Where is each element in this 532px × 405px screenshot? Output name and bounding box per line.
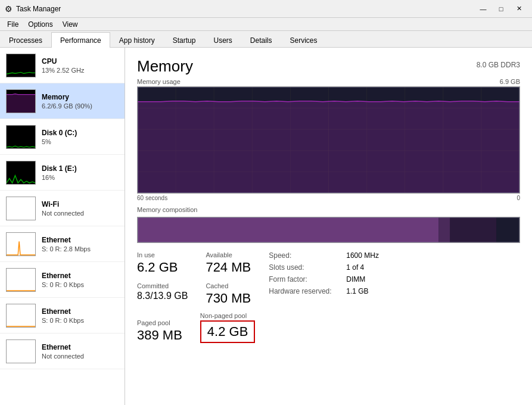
in-use-value: 6.2 GB <box>137 260 188 275</box>
disk1-info: Disk 1 (E:) 16% <box>42 164 119 181</box>
ethernet3-sub: S: 0 R: 0 Kbps <box>42 317 119 324</box>
ethernet1-title: Ethernet <box>42 236 119 244</box>
slots-label: Slots used: <box>269 263 340 272</box>
composition-section: Memory composition <box>137 206 520 243</box>
svg-rect-7 <box>7 269 35 291</box>
chart-time-end: 0 <box>517 195 520 201</box>
ethernet3-title: Ethernet <box>42 307 119 316</box>
ethernet1-thumbnail <box>6 232 36 256</box>
ethernet4-sub: Not connected <box>42 353 119 360</box>
chart-time-start: 60 seconds <box>137 195 167 201</box>
non-paged-pool-value: 4.2 GB <box>207 324 248 339</box>
tab-users[interactable]: Users <box>204 32 241 48</box>
chart-max-value: 6.9 GB <box>500 78 520 85</box>
svg-rect-28 <box>438 217 450 242</box>
disk0-thumbnail <box>6 125 36 149</box>
ethernet1-info: Ethernet S: 0 R: 2.8 Mbps <box>42 236 119 253</box>
speed-value: 1600 MHz <box>346 251 379 260</box>
svg-marker-2 <box>7 94 35 112</box>
stat-non-paged-pool: Non-paged pool 4.2 GB <box>200 312 255 343</box>
in-use-label: In use <box>137 251 188 258</box>
hw-reserved-row: Hardware reserved: 1.1 GB <box>269 287 379 295</box>
ethernet1-sub: S: 0 R: 2.8 Mbps <box>42 245 119 253</box>
slots-value: 1 of 4 <box>346 263 364 272</box>
menu-view[interactable]: View <box>58 19 83 30</box>
wifi-title: Wi-Fi <box>42 200 119 208</box>
menu-file[interactable]: File <box>2 19 23 30</box>
main-container: CPU 13% 2.52 GHz Memory 6.2/6.9 GB (90%) <box>0 48 532 405</box>
svg-rect-9 <box>7 340 35 363</box>
form-row: Form factor: DIMM <box>269 275 379 284</box>
cached-value: 730 MB <box>206 291 251 306</box>
sidebar-item-wifi[interactable]: Wi-Fi Not connected <box>0 191 125 226</box>
svg-rect-5 <box>7 197 35 220</box>
content-header: Memory 8.0 GB DDR3 <box>137 57 520 76</box>
memory-title: Memory <box>42 93 119 101</box>
window-controls: — □ ✕ <box>475 3 527 15</box>
tab-startup[interactable]: Startup <box>164 32 205 48</box>
sidebar-item-ethernet2[interactable]: Ethernet S: 0 R: 0 Kbps <box>0 262 125 298</box>
maximize-button[interactable]: □ <box>493 3 509 15</box>
tab-performance[interactable]: Performance <box>51 32 110 48</box>
ethernet4-thumbnail <box>6 339 36 363</box>
right-stats: Speed: 1600 MHz Slots used: 1 of 4 Form … <box>269 251 379 306</box>
cached-label: Cached <box>206 282 251 289</box>
ethernet3-info: Ethernet S: 0 R: 0 Kbps <box>42 307 119 324</box>
svg-rect-3 <box>7 126 35 148</box>
sidebar-item-disk1[interactable]: Disk 1 (E:) 16% <box>0 155 125 191</box>
slots-row: Slots used: 1 of 4 <box>269 263 379 272</box>
ethernet2-info: Ethernet S: 0 R: 0 Kbps <box>42 272 119 288</box>
wifi-thumbnail <box>6 197 36 220</box>
sidebar-item-memory[interactable]: Memory 6.2/6.9 GB (90%) <box>0 83 125 119</box>
svg-rect-8 <box>7 304 35 327</box>
hw-reserved-value: 1.1 GB <box>346 287 368 295</box>
page-title: Memory <box>137 57 193 76</box>
memory-sub: 6.2/6.9 GB (90%) <box>42 102 119 110</box>
memory-usage-section: Memory usage 6.9 GB <box>137 78 520 201</box>
stat-paged-pool: Paged pool 389 MB <box>137 319 182 343</box>
sidebar-item-ethernet4[interactable]: Ethernet Not connected <box>0 334 125 369</box>
sidebar-item-ethernet1[interactable]: Ethernet S: 0 R: 2.8 Mbps <box>0 226 125 262</box>
tab-processes[interactable]: Processes <box>0 32 51 48</box>
stat-cached: Cached 730 MB <box>206 282 251 306</box>
chart-label-text: Memory usage <box>137 78 181 85</box>
composition-label: Memory composition <box>137 206 520 213</box>
tab-apphistory[interactable]: App history <box>110 32 164 48</box>
svg-rect-29 <box>450 217 496 242</box>
tab-services[interactable]: Services <box>281 32 326 48</box>
window-title: Task Manager <box>16 5 475 13</box>
ethernet2-sub: S: 0 R: 0 Kbps <box>42 281 119 288</box>
stat-available: Available 724 MB <box>206 251 251 275</box>
menu-options[interactable]: Options <box>23 19 57 30</box>
minimize-button[interactable]: — <box>475 3 491 15</box>
sidebar-item-cpu[interactable]: CPU 13% 2.52 GHz <box>0 48 125 83</box>
sidebar-item-ethernet3[interactable]: Ethernet S: 0 R: 0 Kbps <box>0 298 125 334</box>
cpu-title: CPU <box>42 57 119 66</box>
stats-container: In use 6.2 GB Available 724 MB Committed… <box>137 251 520 306</box>
sidebar-item-disk0[interactable]: Disk 0 (C:) 5% <box>0 119 125 155</box>
paged-pool-value: 389 MB <box>137 328 182 343</box>
hw-reserved-label: Hardware reserved: <box>269 287 340 295</box>
close-button[interactable]: ✕ <box>511 3 527 15</box>
ethernet4-info: Ethernet Not connected <box>42 343 119 360</box>
speed-label: Speed: <box>269 251 340 260</box>
left-stats: In use 6.2 GB Available 724 MB Committed… <box>137 251 251 306</box>
disk1-sub: 16% <box>42 174 119 181</box>
wifi-sub: Not connected <box>42 210 119 217</box>
title-bar: ⚙ Task Manager — □ ✕ <box>0 0 532 18</box>
disk0-title: Disk 0 (C:) <box>42 129 119 137</box>
wifi-info: Wi-Fi Not connected <box>42 200 119 217</box>
memory-thumbnail <box>6 89 36 113</box>
ethernet2-thumbnail <box>6 268 36 292</box>
paged-pool-label: Paged pool <box>137 319 182 326</box>
chart-time-label: 60 seconds 0 <box>137 195 520 201</box>
available-value: 724 MB <box>206 260 251 275</box>
app-icon: ⚙ <box>5 4 13 14</box>
non-paged-pool-label: Non-paged pool <box>200 312 255 319</box>
composition-chart <box>137 217 520 243</box>
bottom-stats: Paged pool 389 MB Non-paged pool 4.2 GB <box>137 312 520 343</box>
disk1-thumbnail <box>6 161 36 185</box>
form-label: Form factor: <box>269 275 340 284</box>
tab-details[interactable]: Details <box>241 32 281 48</box>
content-area: Memory 8.0 GB DDR3 Memory usage 6.9 GB <box>125 48 532 405</box>
